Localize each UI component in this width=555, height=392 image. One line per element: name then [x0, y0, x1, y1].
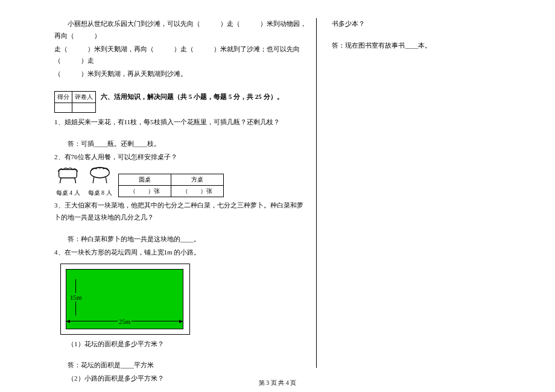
score-blank — [55, 103, 72, 112]
score-cell: 得分 — [55, 91, 72, 103]
intro-line-3: （ ）米到天鹅湖，再从天鹅湖到沙滩。 — [54, 68, 307, 80]
q5-answer: 答：现在图书室有故事书____本。 — [332, 40, 501, 52]
round-table-figure: 每桌 8 人 — [86, 165, 113, 197]
q2-figures: 每桌 4 人 每桌 8 人 圆桌 方桌 — [54, 165, 307, 197]
dim-vertical: 15m — [70, 279, 82, 315]
q1-answer: 答：可插____瓶。还剩____枝。 — [54, 138, 307, 150]
intro-line-2: 走（ ）米到天鹅湖，再向（ ）走（ ）米就到了沙滩；也可以先向（ ）走 — [54, 43, 307, 68]
section-6-title: 六、活用知识，解决问题（共 5 小题，每题 5 分，共 25 分）。 — [101, 92, 284, 101]
round-table-icon — [86, 165, 113, 188]
dim-width-label: 25m — [118, 318, 132, 325]
square-table-figure: 每桌 4 人 — [54, 165, 81, 197]
q2-th2: 方桌 — [171, 174, 224, 186]
q2-td1: （ ）张 — [119, 186, 171, 197]
q4-figure-outer: 15m 25m — [60, 264, 190, 335]
q4-text: 4、在一块长方形的花坛四周，铺上宽1m 的小路。 — [54, 247, 307, 259]
q4-ans1: 答：花坛的面积是____平方米 — [54, 359, 307, 371]
grader-blank — [72, 103, 96, 112]
svg-line-1 — [60, 178, 61, 183]
q2-text: 2、有76位客人用餐，可以怎样安排桌子？ — [54, 151, 307, 163]
page-content: 小丽想从世纪欢乐园大门到沙滩，可以先向（ ）走（ ）米到动物园，再向（ ） 走（… — [54, 18, 501, 368]
page-footer: 第 3 页 共 4 页 — [0, 379, 555, 387]
q4-sub1: （1）花坛的面积是多少平方米？ — [54, 338, 307, 350]
q2-table: 圆桌 方桌 （ ）张 （ ）张 — [118, 174, 224, 197]
left-column: 小丽想从世纪欢乐园大门到沙滩，可以先向（ ）走（ ）米到动物园，再向（ ） 走（… — [54, 18, 317, 368]
svg-line-2 — [75, 178, 76, 183]
dim-height-label: 15m — [70, 293, 82, 302]
score-table: 得分 评卷人 — [54, 91, 96, 113]
svg-rect-0 — [59, 169, 77, 178]
q3-answer: 答：种白菜和萝卜的地一共是这块地的____。 — [54, 233, 307, 245]
grader-cell: 评卷人 — [72, 91, 96, 103]
q3-text: 3、王大伯家有一块菜地，他把其中的七分之二种白菜，七分之三种萝卜。种白菜和萝卜的… — [54, 200, 307, 224]
intro-line-1: 小丽想从世纪欢乐园大门到沙滩，可以先向（ ）走（ ）米到动物园，再向（ ） — [54, 18, 307, 42]
q4-figure-inner: 15m 25m — [66, 269, 183, 329]
square-table-icon — [54, 165, 81, 188]
q1-text: 1、姐姐买来一束花，有11枝，每5枝插入一个花瓶里，可插几瓶？还剩几枝？ — [54, 116, 307, 128]
q5-continuation: 书多少本？ — [332, 18, 501, 30]
q2-td2: （ ）张 — [171, 186, 224, 197]
round-table-label: 每桌 8 人 — [88, 189, 112, 197]
dim-horizontal: 25m — [66, 318, 183, 325]
right-column: 书多少本？ 答：现在图书室有故事书____本。 — [329, 18, 501, 368]
square-table-label: 每桌 4 人 — [56, 189, 80, 197]
q2-th1: 圆桌 — [119, 174, 171, 186]
svg-line-4 — [93, 177, 94, 184]
svg-line-5 — [106, 177, 107, 184]
section-6-header: 得分 评卷人 六、活用知识，解决问题（共 5 小题，每题 5 分，共 25 分）… — [54, 85, 307, 113]
